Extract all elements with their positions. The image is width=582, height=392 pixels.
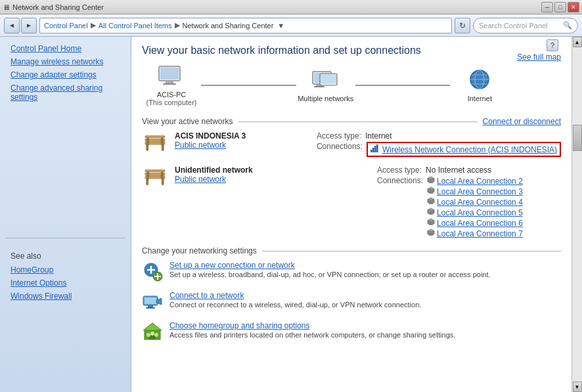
network-diagram: ACIS-PC(This computer) [142, 64, 561, 106]
new-connection-desc: Set up a wireless, broadband, dial-up, a… [169, 271, 561, 278]
refresh-button[interactable]: ↻ [455, 18, 470, 33]
local-conn-link-2[interactable]: Local Area Connection 2 [437, 177, 523, 186]
settings-item-new-connection: Set up a new connection or network Set u… [142, 261, 561, 282]
net-node-internet: Internet [450, 68, 509, 102]
local-conn-link-3[interactable]: Local Area Connection 3 [437, 187, 523, 196]
svg-rect-1 [160, 68, 179, 79]
title-bar-left: 🖥 Network and Sharing Center [3, 3, 104, 11]
see-also-title: See also [0, 241, 131, 263]
sidebar-item-internet-options[interactable]: Internet Options [0, 276, 131, 290]
breadcrumb: Control Panel ▶ All Control Panel Items … [39, 18, 452, 33]
homegroup-icon [142, 321, 163, 342]
maximize-button[interactable]: □ [554, 2, 566, 12]
breadcrumb-control-panel[interactable]: Control Panel [44, 22, 88, 30]
network-entry-acis: ACIS INDONESIA 3 Public network Access t… [142, 131, 561, 158]
sidebar-item-control-panel-home[interactable]: Control Panel Home [0, 42, 131, 55]
connections-row-unidentified: Connections: Local Area Connection 2 Loc… [377, 176, 561, 238]
svg-rect-3 [163, 83, 176, 85]
scrollbar[interactable]: ▲ ▼ [571, 37, 582, 392]
forward-button[interactable]: ► [21, 18, 37, 33]
local-conn-7: Local Area Connection 7 [427, 229, 523, 238]
see-full-map-link[interactable]: See full map [517, 50, 561, 62]
connect-network-link[interactable]: Connect to a network [169, 291, 244, 300]
new-connection-link[interactable]: Set up a new connection or network [169, 261, 295, 270]
local-conn-link-4[interactable]: Local Area Connection 4 [437, 198, 523, 207]
close-button[interactable]: ✕ [568, 2, 579, 12]
homegroup-desc: Access files and printers located on oth… [169, 331, 561, 339]
section-line-1 [238, 121, 478, 122]
connect-disconnect-link[interactable]: Connect or disconnect [483, 117, 561, 126]
svg-rect-40 [429, 203, 433, 204]
content-area: ? View your basic network information an… [131, 37, 571, 392]
back-button[interactable]: ◄ [4, 18, 20, 33]
computer-icon [156, 64, 187, 91]
svg-rect-34 [429, 182, 433, 183]
access-type-value-acis: Internet [365, 131, 392, 141]
svg-rect-18 [146, 144, 148, 150]
title-bar-icon: 🖥 [3, 3, 10, 11]
local-conn-link-6[interactable]: Local Area Connection 6 [437, 219, 523, 228]
main-container: Control Panel Home Manage wireless netwo… [0, 37, 582, 392]
access-type-label-unidentified: Access type: [377, 165, 422, 175]
lan-icon-3 [427, 186, 435, 196]
sidebar-item-manage-wireless[interactable]: Manage wireless networks [0, 55, 131, 68]
local-conn-link-7[interactable]: Local Area Connection 7 [437, 229, 523, 238]
svg-rect-9 [321, 74, 336, 83]
breadcrumb-dropdown[interactable]: ▼ [277, 22, 284, 30]
active-networks-header: View your active networks Connect or dis… [142, 117, 561, 126]
breadcrumb-current: Network and Sharing Center [183, 22, 274, 30]
homegroup-link[interactable]: Choose homegroup and sharing options [169, 321, 309, 330]
connect-network-desc: Connect or reconnect to a wireless, wire… [169, 301, 561, 309]
networking-settings-header: Change your networking settings [142, 246, 561, 255]
settings-info-connect-network: Connect to a network Connect or reconnec… [169, 291, 561, 309]
internet-label: Internet [468, 95, 492, 102]
network-type-unidentified[interactable]: Public network [175, 175, 226, 184]
svg-rect-50 [430, 229, 432, 231]
sidebar-item-change-adapter[interactable]: Change adapter settings [0, 68, 131, 81]
minimize-button[interactable]: ─ [541, 2, 553, 12]
settings-info-homegroup: Choose homegroup and sharing options Acc… [169, 321, 561, 339]
sidebar-divider [5, 238, 125, 238]
internet-icon [464, 68, 495, 95]
search-bar[interactable]: Search Control Panel 🔍 [473, 18, 578, 33]
breadcrumb-sep-1: ▶ [91, 21, 96, 30]
sidebar-item-change-advanced[interactable]: Change advanced sharing settings [0, 81, 131, 104]
svg-rect-24 [374, 146, 376, 152]
lan-icon-7 [427, 229, 435, 238]
scroll-thumb[interactable] [573, 125, 582, 151]
access-type-row-unidentified: Access type: No Internet access [377, 165, 561, 175]
local-conn-link-5[interactable]: Local Area Connection 5 [437, 208, 523, 217]
sidebar-item-windows-firewall[interactable]: Windows Firewall [0, 290, 131, 303]
network-bench-icon-2 [142, 165, 168, 192]
network-entry-unidentified: Unidentified network Public network Acce… [142, 165, 561, 238]
lan-icon-6 [427, 218, 435, 228]
connections-label-acis: Connections: [317, 142, 363, 151]
network-info-unidentified: Unidentified network Public network [175, 165, 370, 184]
computer-label: ACIS-PC(This computer) [146, 91, 196, 106]
svg-rect-22 [370, 150, 372, 152]
network-type-acis[interactable]: Public network [175, 141, 226, 150]
breadcrumb-sep-2: ▶ [175, 21, 180, 30]
sidebar-item-homegroup[interactable]: HomeGroup [0, 263, 131, 276]
lan-icon-5 [427, 207, 435, 217]
title-bar: 🖥 Network and Sharing Center ─ □ ✕ [0, 0, 582, 14]
network-details-acis: Access type: Internet Connections: [317, 131, 561, 157]
multiple-networks-label: Multiple networks [298, 95, 353, 102]
settings-info-new-connection: Set up a new connection or network Set u… [169, 261, 561, 278]
section-line-2 [262, 251, 561, 251]
scroll-down-button[interactable]: ▼ [573, 381, 582, 392]
search-placeholder: Search Control Panel [479, 22, 548, 30]
help-button[interactable]: ? [547, 39, 558, 51]
wireless-connection-link[interactable]: Wireless Network Connection (ACIS INDONE… [382, 145, 557, 154]
address-bar: ◄ ► Control Panel ▶ All Control Panel It… [0, 14, 582, 37]
scroll-up-button[interactable]: ▲ [573, 37, 582, 47]
connect-network-icon [142, 291, 163, 312]
active-networks-title: View your active networks [142, 117, 233, 126]
network-info-acis: ACIS INDONESIA 3 Public network [175, 131, 310, 150]
svg-rect-7 [314, 86, 325, 87]
breadcrumb-all-items[interactable]: All Control Panel Items [99, 22, 172, 30]
svg-rect-38 [430, 187, 432, 189]
wireless-connection-highlight: Wireless Network Connection (ACIS INDONE… [367, 142, 561, 157]
sidebar: Control Panel Home Manage wireless netwo… [0, 37, 131, 392]
settings-item-homegroup: Choose homegroup and sharing options Acc… [142, 321, 561, 342]
